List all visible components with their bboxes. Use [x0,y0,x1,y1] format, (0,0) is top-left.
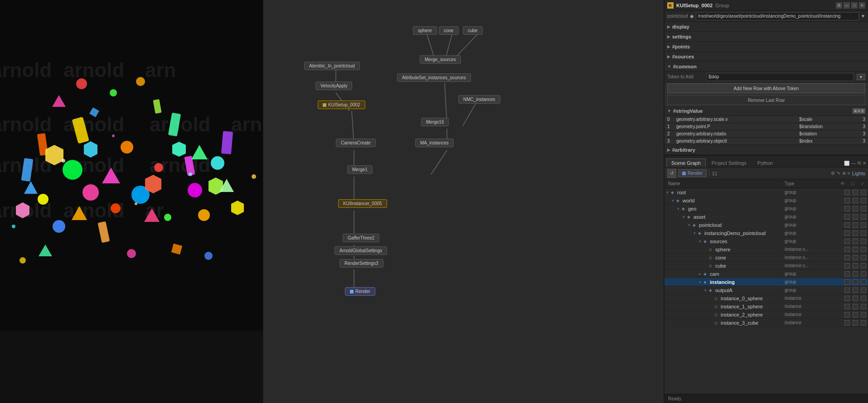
sg-check-3[interactable] [861,296,866,301]
sg-check-1[interactable] [844,230,850,236]
node-arnold-global[interactable]: ArnoldGlobalSettings [335,246,387,255]
node-render-settings[interactable]: RenderSettings3 [339,259,383,268]
sg-check-3[interactable] [861,271,866,277]
sg-tree-item[interactable]: ▾ ◈ world group [664,197,868,205]
sg-refresh-icon[interactable]: ↺ [667,169,676,178]
sg-check-3[interactable] [861,222,866,228]
sg-tree-item[interactable]: ▸ ◈ cam group [664,270,868,278]
sg-check-1[interactable] [844,279,850,285]
section-common[interactable]: ▼ #common [664,62,868,72]
sg-lights-label[interactable]: Lights [852,171,865,176]
sg-check-2[interactable] [853,288,858,293]
node-attrib-set[interactable]: AttributeSet_instances_sources [397,73,471,82]
sg-check-2[interactable] [853,263,858,269]
sg-edit-icon[interactable]: ✎ [837,171,840,176]
section-sources[interactable]: ▶ #sources [664,52,868,62]
sg-check-2[interactable] [853,312,858,317]
sg-check-3[interactable] [861,288,866,293]
sg-check-3[interactable] [861,247,866,252]
sg-check-2[interactable] [853,230,858,236]
add-new-row-btn[interactable]: Add New Row with Above Token [667,83,865,93]
node-render[interactable]: Render [345,287,375,296]
sg-check-1[interactable] [844,320,850,326]
sg-check-1[interactable] [844,304,850,309]
section-stringvalue[interactable]: ▼ #stringValue 4 × 3 [664,106,868,116]
panel-minimize-btn[interactable]: — [844,2,850,9]
sg-check-1[interactable] [844,214,850,220]
node-nmc[interactable]: NMC_instances [458,95,500,104]
sg-check-1[interactable] [844,206,850,211]
remove-last-row-btn[interactable]: Remove Last Row [667,95,865,105]
node-cone[interactable]: cone [439,26,459,35]
node-camera[interactable]: CameraCreate [336,139,376,147]
sg-tree-item[interactable]: ◇ instance_3_cube instance [664,319,868,327]
sg-tree[interactable]: ▾ ◈ root group ▾ ◈ world group ▾ ◈ geo g… [664,188,868,394]
sg-check-1[interactable] [844,288,850,293]
node-kuisetup[interactable]: KUISetup_0002 [318,101,365,109]
sg-check-1[interactable] [844,296,850,301]
sg-tree-item[interactable]: ▾ ◈ pointcloud group [664,221,868,229]
sg-action-minimize[interactable]: — [851,161,856,166]
viewport-canvas[interactable]: arnold arnold arnold arn arnold arnold a… [0,0,263,403]
sg-check-3[interactable] [861,190,866,195]
sg-check-2[interactable] [853,190,858,195]
sg-check-2[interactable] [853,198,858,203]
node-merge16[interactable]: Merge16 [421,118,449,126]
panel-settings-btn[interactable]: ⚙ [836,2,842,9]
sg-tree-item[interactable]: ▾ ◈ instancing group [664,278,868,286]
node-alembic[interactable]: Alembic_In_pointcloud [304,62,360,70]
sg-check-2[interactable] [853,222,858,228]
sg-check-1[interactable] [844,263,850,269]
sg-check-3[interactable] [861,320,866,326]
node-ma-instances[interactable]: MA_instances [415,139,454,147]
sg-tree-item[interactable]: ▾ ◈ sources group [664,237,868,245]
sg-check-1[interactable] [844,247,850,252]
sg-check-2[interactable] [853,247,858,252]
sg-check-1[interactable] [844,198,850,203]
tab-python[interactable]: Python [752,158,778,167]
sg-check-3[interactable] [861,279,866,285]
node-velocity[interactable]: VelocityApply [315,82,352,90]
path-icon[interactable]: ◉ [690,14,694,19]
sg-tree-item[interactable]: ▾ ◈ root group [664,188,868,197]
section-arbitrary[interactable]: ▶ #arbitrary [664,145,868,155]
node-merge-sources[interactable]: Merge_sources [420,55,461,64]
sg-check-1[interactable] [844,190,850,195]
sg-check-1[interactable] [844,239,850,244]
sg-action-close[interactable]: ✕ [863,161,866,166]
sg-tree-item[interactable]: ◇ cone instance s... [664,254,868,262]
tab-project-settings[interactable]: Project Settings [707,158,752,167]
sg-check-3[interactable] [861,239,866,244]
path-dropdown-icon[interactable]: ▼ [861,14,865,19]
sg-layout-icon[interactable]: ≡ [848,171,850,176]
sg-check-2[interactable] [853,304,858,309]
panel-close-btn[interactable]: ✕ [859,2,865,9]
section-display[interactable]: ▶ display [664,22,868,32]
sg-check-3[interactable] [861,230,866,236]
section-settings[interactable]: ▶ settings [664,32,868,42]
sg-filter-icon[interactable]: ⊕ [842,171,846,176]
sg-tree-item[interactable]: ◇ instance_1_sphere instance [664,302,868,311]
panel-expand-btn[interactable]: □ [851,2,858,9]
sg-check-2[interactable] [853,255,858,260]
sg-check-3[interactable] [861,263,866,269]
sg-check-1[interactable] [844,312,850,317]
sg-action-split[interactable]: ⧉ [858,160,861,166]
sg-check-3[interactable] [861,206,866,211]
sg-tree-item[interactable]: ◇ instance_2_sphere instance [664,311,868,319]
sg-check-2[interactable] [853,206,858,211]
node-sphere[interactable]: sphere [413,26,437,35]
sg-check-3[interactable] [861,198,866,203]
sg-check-2[interactable] [853,279,858,285]
node-gaffer[interactable]: GafferThree2 [343,234,379,242]
sg-check-3[interactable] [861,255,866,260]
path-input[interactable] [696,12,859,20]
sg-settings-icon[interactable]: ⚙ [831,171,835,176]
sg-check-3[interactable] [861,214,866,220]
tab-scene-graph[interactable]: Scene Graph [666,158,706,167]
sg-tree-item[interactable]: ▾ ◈ geo group [664,205,868,213]
sg-tree-item[interactable]: ▾ ◈ instancingDemo_pointcloud group [664,229,868,237]
sg-check-2[interactable] [853,239,858,244]
sg-tree-item[interactable]: ▾ ◈ outputA group [664,286,868,294]
sg-tree-item[interactable]: ▾ ◈ asset group [664,213,868,221]
